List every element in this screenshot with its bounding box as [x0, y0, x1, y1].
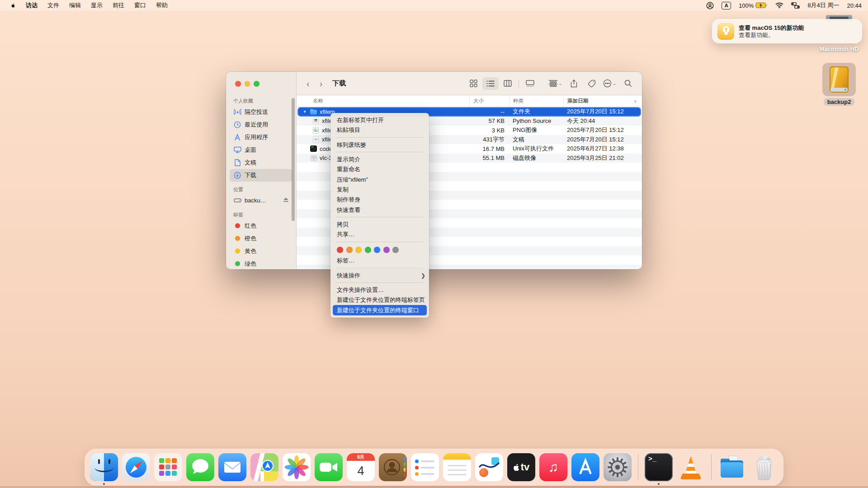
menu-编辑[interactable]: 编辑 [64, 0, 86, 10]
sidebar-item-绿色[interactable]: 绿色 [230, 258, 292, 270]
dock-messages-icon[interactable] [186, 453, 214, 481]
dock-launchpad-icon[interactable] [154, 453, 182, 481]
context-menu-item[interactable]: 拷贝 [330, 220, 429, 230]
sidebar-item-隔空投送[interactable]: 隔空投送 [230, 106, 292, 118]
context-menu-item[interactable]: 文件夹操作设置… [330, 285, 429, 295]
icon-view-button[interactable] [465, 77, 481, 90]
menu-显示[interactable]: 显示 [86, 0, 108, 10]
context-menu-item[interactable]: 标签… [330, 256, 429, 266]
column-header-name[interactable]: 名称 [297, 95, 469, 107]
column-header-size[interactable]: 大小 [469, 95, 509, 107]
column-view-button[interactable] [500, 77, 516, 90]
input-method-icon[interactable]: A [722, 2, 731, 9]
menu-bar-date[interactable]: 8月4日 周一 [807, 1, 839, 9]
dock-vlc-icon[interactable] [677, 453, 705, 481]
tag-color-swatch[interactable] [374, 247, 380, 253]
context-menu-item[interactable]: 显示简介 [330, 155, 429, 164]
user-account-icon[interactable] [706, 2, 714, 9]
context-menu-item[interactable]: 在新标签页中打开 [330, 115, 429, 125]
context-menu-item[interactable]: 新建位于文件夹位置的终端窗口 [333, 305, 427, 315]
tag-color-swatch[interactable] [346, 247, 353, 253]
wifi-icon[interactable] [775, 2, 783, 9]
tag-color-swatch[interactable] [392, 247, 399, 253]
context-menu-item[interactable]: 重新命名 [330, 164, 429, 174]
dock-divider [711, 454, 712, 480]
dock-safari-icon[interactable] [122, 453, 150, 481]
eject-icon[interactable] [283, 197, 289, 204]
more-actions-button[interactable]: ⌄ [602, 77, 618, 90]
dock-appstore-icon[interactable] [571, 453, 599, 481]
sidebar-item-应用程序[interactable]: 应用程序 [230, 131, 292, 144]
tag-color-swatch[interactable] [383, 247, 390, 253]
context-menu-item[interactable]: 快速查看 [330, 205, 429, 215]
dock-finder-icon[interactable] [90, 453, 118, 481]
context-menu-item[interactable]: 快速操作❯ [330, 271, 429, 281]
desktop-icon-backup2[interactable]: backup2 [822, 63, 856, 106]
gallery-view-button[interactable] [522, 77, 538, 90]
menu-窗口[interactable]: 窗口 [129, 0, 151, 10]
dock-terminal-icon[interactable]: >_ [645, 453, 673, 481]
menu-帮助[interactable]: 帮助 [151, 0, 173, 10]
sidebar-item-最近使用[interactable]: 最近使用 [230, 118, 292, 131]
sidebar-scrollbar[interactable] [292, 98, 295, 221]
minimize-button[interactable] [245, 81, 250, 87]
dock-calendar-icon[interactable]: 8月4 [347, 453, 375, 481]
dock: 8月4 tv ♫ >_ [85, 449, 783, 486]
share-button[interactable] [566, 77, 581, 90]
dock-appletv-icon[interactable]: tv [507, 453, 535, 481]
zoom-button[interactable] [254, 81, 259, 87]
context-menu-item[interactable]: 粘贴项目 [330, 125, 429, 135]
dock-downloads-icon[interactable] [718, 453, 746, 481]
forward-button[interactable]: › [316, 79, 326, 88]
menu-bar-clock[interactable]: 20:44 [847, 2, 862, 9]
sidebar-item-黄色[interactable]: 黄色 [230, 245, 292, 258]
dock-mail-icon[interactable] [218, 453, 246, 481]
dock-photos-icon[interactable] [283, 453, 311, 481]
sidebar-item-backu…[interactable]: backu… [230, 194, 292, 207]
macintosh-hd-label[interactable]: Macintosh HD [807, 46, 868, 52]
dock-freeform-icon[interactable] [475, 453, 503, 481]
column-header-date[interactable]: 添加日期 [563, 95, 634, 107]
tag-color-icon [235, 261, 240, 266]
menu-文件[interactable]: 文件 [42, 0, 64, 10]
column-header-kind[interactable]: 种类 [509, 95, 563, 107]
sidebar-item-文稿[interactable]: 文稿 [230, 156, 292, 169]
menu-访达[interactable]: 访达 [21, 0, 42, 10]
context-menu-item[interactable]: 共享… [330, 230, 429, 239]
dock-notes-icon[interactable] [443, 453, 471, 481]
dock-reminders-icon[interactable] [411, 453, 439, 481]
sidebar-item-红色[interactable]: 红色 [230, 220, 292, 232]
sidebar-section-title: 个人收藏 [233, 98, 296, 104]
tag-color-swatch[interactable] [337, 247, 343, 253]
search-button[interactable] [620, 77, 636, 90]
tag-button[interactable] [584, 77, 599, 90]
tag-color-swatch[interactable] [365, 247, 371, 253]
sidebar-item-下载[interactable]: 下载 [230, 169, 292, 182]
list-view-button[interactable] [482, 77, 499, 90]
notification-banner[interactable]: 查看 macOS 15的新功能 查看新功能。 [712, 19, 862, 43]
dock-music-icon[interactable]: ♫ [539, 453, 567, 481]
close-button[interactable] [235, 81, 241, 87]
context-menu-item[interactable]: 制作替身 [330, 195, 429, 205]
disclosure-triangle[interactable]: ▾ [302, 109, 307, 114]
menu-前往[interactable]: 前往 [108, 0, 129, 10]
sidebar-item-橙色[interactable]: 橙色 [230, 232, 292, 245]
dock-facetime-icon[interactable] [315, 453, 343, 481]
battery-indicator[interactable]: 100% [739, 2, 768, 9]
group-button[interactable]: ⌄ [548, 77, 563, 90]
dock-settings-icon[interactable] [604, 453, 632, 481]
dock-contacts-icon[interactable] [379, 453, 407, 481]
sidebar-item-桌面[interactable]: 桌面 [230, 144, 292, 156]
tag-color-swatch[interactable] [355, 247, 362, 253]
control-center-icon[interactable] [791, 2, 800, 9]
context-menu-item[interactable]: 压缩“xfilem” [330, 174, 429, 184]
dock-trash-icon[interactable] [750, 453, 778, 481]
back-button[interactable]: ‹ [303, 79, 313, 88]
context-menu-item[interactable]: 移到废纸篓 [330, 140, 429, 150]
dock-maps-icon[interactable] [250, 453, 278, 481]
sort-direction-icon[interactable]: ∨ [634, 95, 642, 107]
context-menu-item[interactable]: 复制 [330, 185, 429, 195]
context-menu-item[interactable]: 新建位于文件夹位置的终端标签页 [330, 295, 429, 305]
file-size: 16.7 MB [469, 144, 509, 154]
apple-menu-icon[interactable] [6, 1, 20, 10]
